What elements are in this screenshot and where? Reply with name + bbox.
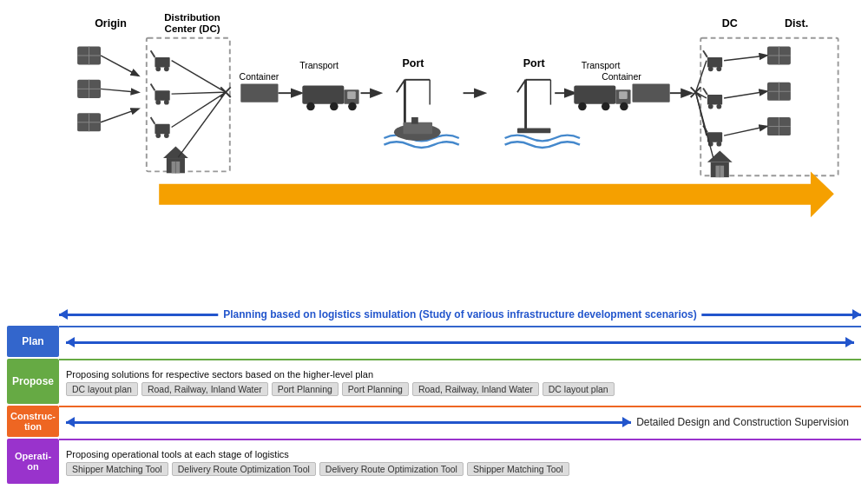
tag-delivery-right: Delivery Route Optimization Tool: [319, 462, 464, 476]
propose-tags: DC layout plan Road, Railway, Inland Wat…: [66, 382, 854, 396]
svg-line-82: [703, 50, 707, 57]
origin-box-1: [77, 46, 101, 64]
svg-line-111: [724, 91, 766, 98]
svg-text:Port: Port: [523, 57, 545, 69]
operation-label: Operati-on: [7, 439, 59, 484]
svg-point-21: [155, 66, 161, 71]
construction-content: Detailed Design and Construction Supervi…: [59, 406, 861, 437]
svg-rect-89: [707, 132, 722, 142]
operation-content: Proposing operational tools at each stag…: [59, 439, 861, 484]
construction-arrow: [66, 421, 631, 424]
plan-label: Plan: [7, 326, 59, 357]
svg-text:DC: DC: [722, 17, 738, 30]
svg-point-73: [578, 102, 587, 111]
svg-text:Container: Container: [602, 71, 641, 82]
origin-box-3: [77, 113, 101, 131]
svg-rect-44: [302, 86, 344, 104]
propose-label: Propose: [7, 359, 59, 404]
svg-line-36: [172, 92, 226, 94]
svg-point-29: [155, 133, 161, 138]
tag-road-rail-right: Road, Railway, Inland Water: [412, 382, 539, 396]
svg-rect-19: [155, 57, 169, 68]
tag-shipper-right: Shipper Matching Tool: [467, 462, 569, 476]
diagram-section: Origin Distribution Center (DC) DC Dist.: [0, 0, 868, 235]
tag-shipper-left: Shipper Matching Tool: [66, 462, 168, 476]
logistics-diagram: Origin Distribution Center (DC) DC Dist.: [17, 4, 851, 230]
svg-text:Container: Container: [240, 71, 279, 82]
svg-point-22: [164, 66, 169, 71]
tag-dc-layout-left: DC layout plan: [66, 382, 138, 396]
tag-delivery-left: Delivery Route Optimization Tool: [172, 462, 316, 476]
operation-bullet: Proposing operational tools at each stag…: [66, 449, 854, 459]
tag-port-right: Port Planning: [342, 382, 409, 396]
svg-rect-60: [411, 117, 418, 124]
propose-bullet: Proposing solutions for respective secto…: [66, 369, 854, 380]
svg-line-17: [101, 89, 138, 92]
svg-rect-46: [347, 91, 356, 99]
phase-plan-row: Plan: [7, 326, 861, 357]
svg-line-24: [151, 84, 155, 91]
svg-rect-77: [632, 84, 669, 102]
svg-point-88: [716, 104, 721, 109]
plan-content: [59, 326, 861, 357]
svg-line-110: [724, 56, 766, 61]
svg-point-83: [708, 66, 713, 71]
svg-point-30: [164, 133, 169, 138]
svg-line-18: [101, 109, 138, 122]
svg-rect-70: [574, 86, 615, 104]
svg-rect-67: [517, 128, 550, 133]
propose-content: Proposing solutions for respective secto…: [59, 359, 861, 404]
phase-propose-row: Propose Proposing solutions for respecti…: [7, 359, 861, 404]
svg-rect-59: [403, 122, 432, 134]
phase-construction-row: Construc-tion Detailed Design and Constr…: [7, 406, 861, 437]
svg-point-25: [155, 100, 161, 105]
tag-port-left: Port Planning: [272, 382, 339, 396]
svg-rect-42: [240, 84, 278, 102]
svg-rect-81: [707, 57, 722, 68]
planning-section: Planning based on logistics simulation (…: [0, 306, 868, 489]
svg-line-37: [172, 92, 226, 127]
svg-rect-27: [155, 124, 169, 135]
svg-rect-72: [619, 91, 628, 99]
tag-road-rail-left: Road, Railway, Inland Water: [141, 382, 268, 396]
operation-tags: Shipper Matching Tool Delivery Route Opt…: [66, 462, 854, 476]
svg-text:Transport: Transport: [582, 60, 621, 70]
svg-line-16: [101, 56, 138, 76]
svg-text:Center (DC): Center (DC): [165, 23, 220, 34]
svg-point-92: [716, 142, 721, 147]
origin-box-2: [77, 80, 101, 98]
tag-dc-layout-right: DC layout plan: [542, 382, 615, 396]
construction-label: Construc-tion: [7, 406, 59, 437]
svg-point-26: [164, 100, 169, 105]
svg-rect-85: [707, 95, 722, 105]
svg-text:Distribution: Distribution: [164, 12, 220, 23]
svg-line-28: [151, 117, 155, 124]
svg-point-75: [620, 102, 628, 111]
svg-point-49: [348, 102, 357, 111]
phase-operation-row: Operati-on Proposing operational tools a…: [7, 439, 861, 484]
svg-point-47: [306, 102, 315, 111]
plan-arrow: [66, 341, 854, 344]
svg-point-74: [602, 102, 610, 111]
planning-header-text: Planning based on logistics simulation (…: [218, 308, 701, 320]
svg-point-87: [708, 104, 713, 109]
construction-text: Detailed Design and Construction Supervi…: [631, 416, 854, 428]
svg-line-20: [151, 50, 155, 57]
svg-line-35: [172, 61, 226, 92]
svg-point-48: [330, 102, 339, 111]
svg-text:Transport: Transport: [299, 60, 339, 70]
svg-text:Origin: Origin: [95, 17, 127, 30]
svg-marker-113: [159, 171, 834, 217]
svg-rect-23: [155, 90, 169, 101]
svg-line-38: [178, 92, 226, 157]
svg-line-112: [724, 127, 766, 136]
svg-point-84: [716, 66, 721, 71]
svg-marker-93: [707, 150, 733, 162]
svg-text:Dist.: Dist.: [785, 17, 808, 30]
svg-line-86: [703, 88, 707, 95]
svg-text:Port: Port: [403, 57, 424, 69]
